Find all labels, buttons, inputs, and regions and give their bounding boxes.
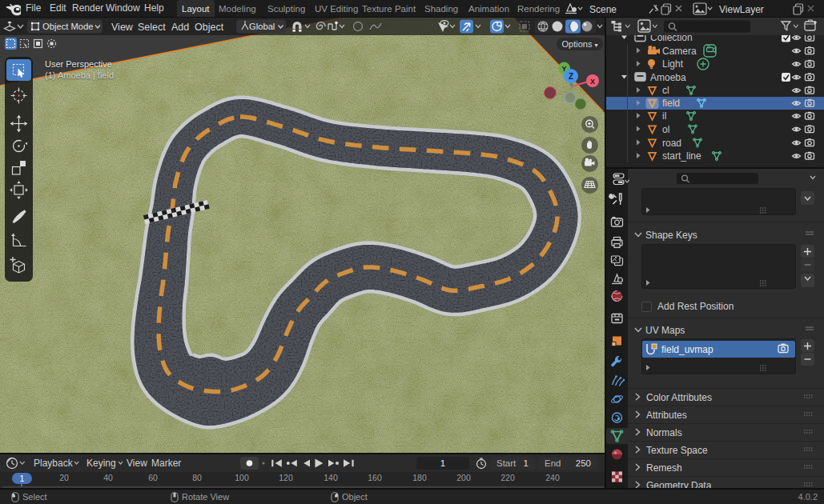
svg-text:1: 1 [440, 458, 445, 468]
svg-text:Object Mode: Object Mode [42, 22, 93, 31]
svg-text:Collection: Collection [650, 35, 693, 43]
svg-text:Amoeba: Amoeba [650, 72, 686, 83]
svg-text:End: End [545, 458, 561, 468]
svg-text:Normals: Normals [646, 427, 682, 438]
svg-text:Keying: Keying [86, 458, 116, 469]
svg-text:cl: cl [662, 85, 669, 96]
svg-text:Shape Keys: Shape Keys [645, 230, 697, 241]
svg-text:1: 1 [524, 458, 529, 468]
svg-text:250: 250 [576, 458, 591, 468]
svg-text:Z: Z [569, 72, 573, 81]
svg-text:field_uvmap: field_uvmap [661, 344, 713, 355]
svg-text:Marker: Marker [151, 458, 181, 469]
svg-text:View: View [111, 22, 134, 33]
svg-text:Playback: Playback [34, 458, 74, 469]
svg-text:Light: Light [662, 58, 684, 70]
svg-text:UV Maps: UV Maps [645, 325, 685, 336]
svg-text:Object: Object [195, 22, 224, 33]
svg-text:Texture Space: Texture Space [646, 445, 708, 456]
svg-text:ViewLayer: ViewLayer [719, 4, 764, 15]
svg-text:View: View [127, 458, 147, 469]
svg-text:Attributes: Attributes [646, 410, 687, 421]
svg-text:Add: Add [171, 22, 189, 33]
svg-text:ol: ol [662, 124, 669, 135]
svg-text:road: road [662, 138, 681, 149]
svg-text:il: il [662, 110, 666, 122]
svg-text:field: field [662, 98, 680, 109]
svg-text:Camera: Camera [662, 46, 697, 57]
svg-text:Scene: Scene [589, 4, 617, 15]
svg-text:Select: Select [138, 22, 166, 33]
svg-text:start_line: start_line [662, 150, 701, 162]
svg-text:X: X [590, 78, 595, 86]
svg-text:Global: Global [249, 22, 275, 31]
svg-text:Remesh: Remesh [646, 462, 682, 474]
svg-text:Start: Start [496, 458, 517, 468]
svg-text:Color Attributes: Color Attributes [646, 392, 712, 403]
